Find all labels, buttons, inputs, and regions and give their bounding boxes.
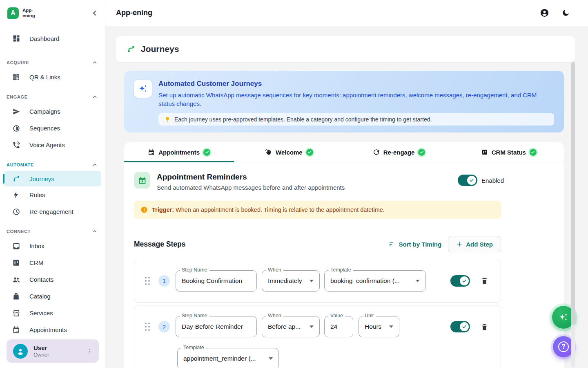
user-role: Owner [33,352,49,358]
sidebar-item-rules[interactable]: Rules [0,186,105,203]
sidebar-section-automate[interactable]: AUTOMATE [0,159,105,171]
route-icon [12,175,20,183]
sort-by-timing-button[interactable]: Sort by Timing [388,241,441,248]
unit-select[interactable]: Unit Hours [359,316,399,337]
journeys-card: Appointments Welcome Re-engage CRM Stat [124,142,564,368]
step-name-input[interactable]: Step Name Day-Before Reminder [176,316,257,337]
tab-welcome[interactable]: Welcome [234,142,344,162]
sidebar-item-voice-agents[interactable]: Voice Agents [0,137,105,153]
banner-description: Set up automatic WhatsApp message sequen… [158,91,554,108]
kanban-icon [12,259,20,267]
step-name-input[interactable]: Step Name Booking Confirmation [176,270,257,292]
section-title: ACQUIRE [7,60,29,65]
add-button-label: Add Step [466,241,493,248]
sidebar-item-appointments[interactable]: Appointments [0,321,105,334]
trigger-label: Trigger: [152,206,174,213]
delete-step-icon[interactable] [481,277,488,285]
sparkles-icon [134,80,152,98]
storefront-icon [12,309,20,317]
account-icon[interactable] [540,8,549,18]
chevron-up-icon [92,162,98,168]
step-enabled-toggle[interactable] [450,275,470,287]
user-card[interactable]: User Owner [7,339,99,363]
sidebar-item-label: Campaigns [29,108,60,115]
field-label: Template [181,345,206,350]
sidebar-item-label: Voice Agents [29,141,65,148]
step-enabled-toggle[interactable] [450,321,470,332]
category-tabs: Appointments Welcome Re-engage CRM Stat [124,142,564,162]
sidebar-item-crm[interactable]: CRM [0,254,105,271]
field-label: When [266,267,283,273]
section-title: ENGAGE [7,94,28,99]
field-value: Before ap... [268,323,301,330]
scrollbar-thumb[interactable] [571,62,575,325]
timelapse-icon [12,124,20,132]
sidebar-item-qr-links[interactable]: QR & Links [0,69,105,85]
tab-appointments[interactable]: Appointments [124,142,234,162]
sidebar-section-engage[interactable]: ENGAGE [0,91,105,103]
sidebar-item-journeys[interactable]: Journeys [4,171,101,186]
dark-mode-icon[interactable] [561,9,570,17]
step-2-template-row: Template appointment_reminder (... [134,344,501,368]
value-input[interactable]: Value 24 [324,316,353,337]
section-title: CONNECT [7,229,31,234]
send-icon [12,108,20,116]
tab-crm-status[interactable]: CRM Status [454,142,564,162]
sidebar-item-reengagement[interactable]: Re-engagement [0,203,105,220]
drag-handle-icon[interactable] [145,323,150,331]
trigger-notice: Trigger: When an appointment is booked. … [134,201,501,219]
calendar-icon [148,149,155,156]
sidebar-item-dashboard[interactable]: Dashboard [0,29,105,47]
category-enabled-toggle[interactable] [458,175,477,186]
template-select[interactable]: Template appointment_reminder (... [177,348,279,368]
check-circle-icon [203,149,210,156]
dropdown-caret-icon [389,325,393,328]
panel-header: Appointment Reminders Send automated Wha… [134,172,504,191]
step-row: 2 Step Name Day-Before Reminder When Bef… [134,305,501,368]
sidebar-item-label: Services [29,310,53,316]
user-meta: User Owner [33,344,49,358]
toggle-knob [460,322,469,331]
info-banner: Automated Customer Journeys Set up autom… [124,71,564,132]
drag-handle-icon[interactable] [145,277,150,285]
sidebar-item-label: CRM [29,259,43,266]
phone-volume-icon [12,141,20,149]
user-menu-icon[interactable] [85,346,95,356]
sidebar-item-campaigns[interactable]: Campaigns [0,103,105,120]
sidebar-item-contacts[interactable]: Contacts [0,271,105,288]
tab-reengage[interactable]: Re-engage [344,142,454,162]
dashboard-icon [12,34,20,43]
delete-step-icon[interactable] [481,323,488,331]
logo-line2: ening [22,13,35,18]
app-logo-icon[interactable]: A [7,7,19,19]
check-circle-icon [530,149,537,156]
field-value: Hours [365,323,381,330]
sidebar-item-catalog[interactable]: Catalog [0,288,105,305]
check-circle-icon [306,149,313,156]
sidebar-item-services[interactable]: Services [0,305,105,321]
sidebar-item-label: QR & Links [29,74,60,81]
bag-icon [12,292,20,301]
calendar-icon [134,172,150,188]
sidebar-section-connect[interactable]: CONNECT [0,225,105,238]
sidebar-collapse-icon[interactable] [91,9,98,17]
toggle-knob [467,176,476,185]
sidebar-section-acquire[interactable]: ACQUIRE [0,56,105,69]
chevron-up-icon [92,60,98,65]
field-label: When [266,313,283,319]
template-select[interactable]: Template booking_confirmation (... [324,270,426,292]
chevron-up-icon [92,229,98,234]
when-select[interactable]: When Immediately [262,270,320,292]
banner-title: Automated Customer Journeys [158,80,554,88]
step-2-main-row: 2 Step Name Day-Before Reminder When Bef… [134,305,501,344]
sidebar-divider [0,51,105,51]
field-label: Step Name [180,313,209,319]
tab-label: CRM Status [492,149,526,156]
sidebar-item-label: Catalog [29,293,51,300]
when-select[interactable]: When Before ap... [262,316,320,337]
panel-title: Appointment Reminders [157,173,345,182]
add-step-button[interactable]: Add Step [448,236,501,252]
sidebar-item-sequences[interactable]: Sequences [0,120,105,137]
sidebar-item-inbox[interactable]: Inbox [0,238,105,254]
toggle-label: Enabled [481,177,504,184]
